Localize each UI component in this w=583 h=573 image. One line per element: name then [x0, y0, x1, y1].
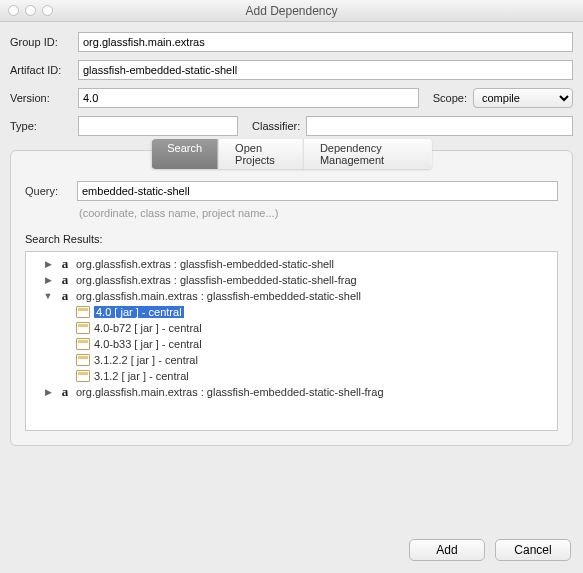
tree-artifact-row[interactable]: ▶aorg.glassfish.extras : glassfish-embed… [28, 272, 555, 288]
type-label: Type: [10, 120, 72, 132]
disclosure-collapsed-icon[interactable]: ▶ [42, 386, 54, 398]
add-button[interactable]: Add [409, 539, 485, 561]
tree-row-label: org.glassfish.extras : glassfish-embedde… [76, 258, 334, 270]
tree-row-label: org.glassfish.main.extras : glassfish-em… [76, 290, 361, 302]
jar-icon [76, 354, 90, 366]
type-input[interactable] [78, 116, 238, 136]
tree-version-row[interactable]: 4.0 [ jar ] - central [28, 304, 555, 320]
search-results-label: Search Results: [25, 233, 558, 245]
artifact-icon: a [58, 289, 72, 303]
tree-version-row[interactable]: 3.1.2 [ jar ] - central [28, 368, 555, 384]
title-bar: Add Dependency [0, 0, 583, 22]
query-hint: (coordinate, class name, project name...… [79, 207, 558, 219]
tree-artifact-row[interactable]: ▼aorg.glassfish.main.extras : glassfish-… [28, 288, 555, 304]
close-window-icon[interactable] [8, 5, 19, 16]
cancel-button[interactable]: Cancel [495, 539, 571, 561]
artifact-icon: a [58, 257, 72, 271]
scope-select[interactable]: compile [473, 88, 573, 108]
query-input[interactable] [77, 181, 558, 201]
jar-icon [76, 322, 90, 334]
tree-row-label: 4.0-b72 [ jar ] - central [94, 322, 202, 334]
artifact-id-input[interactable] [78, 60, 573, 80]
query-label: Query: [25, 185, 69, 197]
artifact-icon: a [58, 273, 72, 287]
tree-artifact-row[interactable]: ▶aorg.glassfish.extras : glassfish-embed… [28, 256, 555, 272]
version-input[interactable] [78, 88, 419, 108]
search-panel: Search Open Projects Dependency Manageme… [10, 150, 573, 446]
disclosure-collapsed-icon[interactable]: ▶ [42, 274, 54, 286]
artifact-id-label: Artifact ID: [10, 64, 72, 76]
version-label: Version: [10, 92, 72, 104]
tab-open-projects[interactable]: Open Projects [219, 139, 304, 169]
tree-row-label: 3.1.2 [ jar ] - central [94, 370, 189, 382]
tree-version-row[interactable]: 4.0-b33 [ jar ] - central [28, 336, 555, 352]
tab-search[interactable]: Search [151, 139, 219, 169]
tree-version-row[interactable]: 3.1.2.2 [ jar ] - central [28, 352, 555, 368]
tree-row-label: 4.0 [ jar ] - central [94, 306, 184, 318]
jar-icon [76, 338, 90, 350]
zoom-window-icon[interactable] [42, 5, 53, 16]
disclosure-expanded-icon[interactable]: ▼ [42, 290, 54, 302]
minimize-window-icon[interactable] [25, 5, 36, 16]
artifact-icon: a [58, 385, 72, 399]
classifier-label: Classifier: [252, 120, 300, 132]
tree-version-row[interactable]: 4.0-b72 [ jar ] - central [28, 320, 555, 336]
classifier-input[interactable] [306, 116, 573, 136]
search-results-tree[interactable]: ▶aorg.glassfish.extras : glassfish-embed… [25, 251, 558, 431]
jar-icon [76, 306, 90, 318]
tree-row-label: org.glassfish.main.extras : glassfish-em… [76, 386, 384, 398]
tree-artifact-row[interactable]: ▶aorg.glassfish.main.extras : glassfish-… [28, 384, 555, 400]
jar-icon [76, 370, 90, 382]
tab-dependency-management[interactable]: Dependency Management [304, 139, 432, 169]
tree-row-label: org.glassfish.extras : glassfish-embedde… [76, 274, 357, 286]
group-id-label: Group ID: [10, 36, 72, 48]
scope-label: Scope: [433, 92, 467, 104]
window-title: Add Dependency [0, 4, 583, 18]
group-id-input[interactable] [78, 32, 573, 52]
tree-row-label: 3.1.2.2 [ jar ] - central [94, 354, 198, 366]
tree-row-label: 4.0-b33 [ jar ] - central [94, 338, 202, 350]
disclosure-collapsed-icon[interactable]: ▶ [42, 258, 54, 270]
